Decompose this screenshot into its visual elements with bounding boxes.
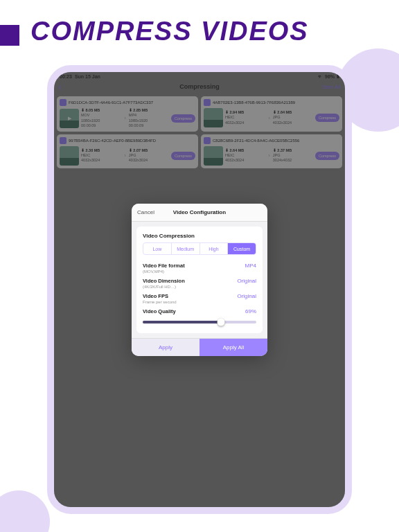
hero-accent-bar	[0, 25, 19, 46]
section-label: Video Compression	[143, 233, 256, 239]
sheet-buttons: Apply Apply All	[132, 338, 267, 356]
row-quality: Video Quality 69%	[143, 306, 256, 317]
sheet-header: Cancel Video Configuration	[132, 204, 267, 222]
slider-fill	[143, 321, 221, 323]
quality-value: 69%	[245, 308, 256, 314]
sheet-title: Video Configuration	[173, 209, 226, 215]
slider-thumb[interactable]	[218, 319, 225, 326]
file-format-value: MP4	[245, 263, 256, 269]
fps-value: Original	[237, 293, 256, 299]
device-frame: 00:23 Sun 15 Jan ᯤ 96% ▮ ‹ Compressing S…	[47, 65, 352, 514]
modal-overlay[interactable]: Cancel Video Configuration Video Compres…	[54, 72, 345, 507]
row-dimension[interactable]: Video Dimension(4K/2K/Full HD…) Original	[143, 276, 256, 291]
video-configuration-sheet: Cancel Video Configuration Video Compres…	[132, 204, 267, 356]
cancel-button[interactable]: Cancel	[132, 209, 160, 215]
seg-medium[interactable]: Medium	[172, 243, 200, 254]
row-fps[interactable]: Video FPSFrame per second Original	[143, 291, 256, 306]
sheet-body: Video Compression LowMediumHighCustom Vi…	[136, 227, 263, 333]
seg-low[interactable]: Low	[143, 243, 172, 254]
row-file-format[interactable]: Video File format(MOV,MP4) MP4	[143, 260, 256, 276]
quality-slider[interactable]	[143, 319, 256, 326]
dimension-value: Original	[237, 278, 256, 284]
slider-track	[143, 321, 256, 323]
decorative-blob	[0, 490, 50, 532]
compression-segmented-control[interactable]: LowMediumHighCustom	[143, 242, 256, 255]
apply-button[interactable]: Apply	[132, 339, 200, 356]
hero-title: COMPRESS VIDEOS	[30, 17, 309, 46]
apply-all-button[interactable]: Apply All	[200, 339, 267, 356]
seg-high[interactable]: High	[200, 243, 229, 254]
seg-custom[interactable]: Custom	[228, 243, 256, 254]
app-screen: 00:23 Sun 15 Jan ᯤ 96% ▮ ‹ Compressing S…	[54, 72, 345, 507]
